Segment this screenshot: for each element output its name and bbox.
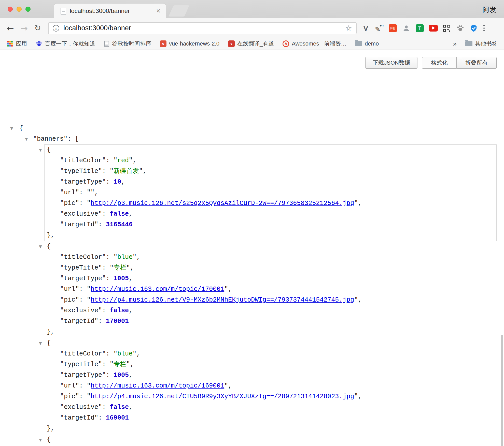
bookmark-baidu[interactable]: 百度一下，你就知道	[36, 40, 95, 48]
json-number-value: 3165446	[106, 221, 133, 228]
json-punctuation: },	[47, 425, 54, 432]
url-link[interactable]: http://music.163.com/m/topic/170001	[91, 286, 224, 293]
scrollbar-thumb[interactable]	[501, 335, 503, 446]
bookmark-awesomes[interactable]: A Awesomes - 前端资…	[283, 40, 346, 48]
bookmark-youdao-translate[interactable]: Y 在线翻译_有道	[228, 40, 274, 48]
page-info-icon[interactable]: i	[53, 25, 59, 32]
collapse-all-button[interactable]: 折叠所有	[456, 57, 497, 69]
json-key: titleColor	[60, 254, 106, 261]
json-object: ▼{ titleColor: blue, typeTitle: 专栏, targ…	[44, 241, 497, 338]
collapse-triangle-icon[interactable]: ▼	[39, 435, 42, 445]
format-button-group: 格式化 折叠所有	[422, 57, 497, 69]
shield-t-extension-icon[interactable]: T	[415, 24, 424, 33]
bookmarks-bar: 应用 百度一下，你就知道 谷歌按时间排序 V vue-hackernews-2.…	[0, 38, 504, 50]
collapse-triangle-icon[interactable]: ▼	[10, 123, 13, 134]
other-bookmarks[interactable]: 其他书签	[465, 40, 497, 48]
json-property: typeTitle: 新碟首发,	[45, 166, 496, 177]
extensions-row: V ✎ en FE T	[361, 24, 478, 33]
json-key: exclusive	[60, 404, 102, 411]
vimium-extension-icon[interactable]: V	[361, 24, 370, 33]
collapse-triangle-icon[interactable]: ▼	[39, 241, 42, 252]
json-property: exclusive: false,	[45, 402, 496, 413]
json-string-value: 专栏	[110, 264, 130, 272]
paw-extension-icon[interactable]	[456, 24, 465, 33]
json-boolean-value: false	[110, 404, 129, 411]
person-extension-icon[interactable]	[402, 24, 411, 33]
translate-pen-extension-icon[interactable]: ✎ en	[375, 24, 384, 33]
bookmark-label: 应用	[16, 40, 27, 48]
bookmark-star-icon[interactable]: ☆	[345, 24, 352, 33]
pen-icon: ✎ en	[375, 24, 384, 33]
browser-tab[interactable]: localhost:3000/banner ×	[54, 4, 166, 18]
json-key: titleColor	[60, 157, 106, 164]
json-key: targetId	[60, 414, 98, 422]
json-number-value: 1005	[114, 275, 129, 282]
json-property: targetType: 1005,	[45, 370, 496, 381]
format-button[interactable]: 格式化	[422, 57, 456, 69]
other-bookmarks-label: 其他书签	[475, 40, 497, 48]
bookmark-label: Awesomes - 前端资…	[292, 40, 346, 48]
json-number-value: 10	[114, 178, 121, 186]
fe-extension-icon[interactable]: FE	[388, 24, 397, 33]
json-property: exclusive: false,	[45, 305, 496, 316]
json-key: pic	[60, 393, 79, 400]
json-page-toolbar: 下载JSON数据 格式化 折叠所有	[365, 57, 497, 69]
bookmark-label: 在线翻译_有道	[237, 40, 274, 48]
navigation-bar: ← → ↻ i localhost:3000/banner ☆ V ✎ en F…	[0, 18, 504, 38]
url-text[interactable]: localhost:3000/banner	[63, 24, 345, 32]
bookmark-label: demo	[365, 40, 379, 47]
collapse-triangle-icon[interactable]: ▼	[39, 145, 42, 155]
json-number-value: 169001	[106, 414, 129, 422]
download-json-button[interactable]: 下载JSON数据	[365, 57, 417, 69]
bookmark-label: 百度一下，你就知道	[45, 40, 95, 48]
json-property: targetId: 170001	[45, 316, 496, 327]
pic-link[interactable]: http://p3.music.126.net/s25q2x5QyqsAzilC…	[91, 200, 354, 207]
json-property: pic: http://p3.music.126.net/s25q2x5Qyqs…	[45, 198, 496, 209]
bookmark-demo-folder[interactable]: demo	[355, 40, 379, 47]
json-property: targetId: 169001	[45, 413, 496, 423]
reload-button[interactable]: ↻	[34, 24, 41, 32]
back-button[interactable]: ←	[7, 24, 14, 33]
json-property: typeTitle: 专栏,	[45, 263, 496, 273]
json-key: exclusive	[60, 307, 102, 314]
bookmarks-overflow-chevron[interactable]: »	[453, 40, 457, 48]
json-property: targetId: 3165446	[45, 219, 496, 230]
bookmark-vue-hackernews[interactable]: V vue-hackernews-2.0	[160, 40, 219, 47]
json-root-line: ▼{	[0, 123, 504, 134]
new-tab-button[interactable]	[169, 5, 189, 17]
youtube-extension-icon[interactable]	[429, 24, 438, 33]
url-link[interactable]: http://music.163.com/m/topic/169001	[91, 382, 224, 390]
pic-link[interactable]: http://p4.music.126.net/CTU5B9R9y3XyYBZX…	[91, 393, 354, 400]
window-zoom-button[interactable]	[25, 7, 31, 12]
bookmark-label: 谷歌按时间排序	[112, 40, 151, 48]
awesomes-icon: A	[283, 40, 289, 47]
collapse-triangle-icon[interactable]: ▼	[25, 134, 28, 144]
browser-menu-icon[interactable]	[483, 25, 485, 31]
json-property: targetType: 1005,	[45, 273, 496, 284]
traffic-lights	[8, 7, 31, 12]
json-property: titleColor: blue,	[45, 349, 496, 359]
folder-icon	[355, 41, 362, 46]
apps-grid-icon	[7, 40, 13, 47]
address-bar[interactable]: i localhost:3000/banner ☆	[48, 22, 357, 34]
profile-name[interactable]: 阿发	[483, 5, 496, 14]
json-property: typeTitle: 专栏,	[45, 359, 496, 370]
tab-close-icon[interactable]: ×	[155, 7, 161, 14]
bookmark-apps[interactable]: 应用	[7, 40, 27, 48]
json-key: targetType	[60, 275, 106, 282]
json-key: typeTitle	[60, 264, 102, 272]
window-close-button[interactable]	[8, 7, 13, 12]
json-key: typeTitle	[60, 168, 102, 175]
shield-check-extension-icon[interactable]	[469, 24, 478, 33]
qr-code-extension-icon[interactable]	[442, 24, 451, 33]
json-property: url: http://music.163.com/m/topic/170001…	[45, 284, 496, 295]
bookmark-google-sort[interactable]: 谷歌按时间排序	[104, 40, 151, 48]
json-property: targetType: 10,	[45, 177, 496, 187]
pic-link[interactable]: http://p4.music.126.net/V9-MXz6b2MNhEKju…	[91, 296, 354, 304]
window-minimize-button[interactable]	[17, 7, 22, 12]
page-content: 下载JSON数据 格式化 折叠所有 ▼{ ▼banners: [ ▼{ titl…	[0, 50, 504, 446]
json-punctuation: : [	[67, 135, 79, 143]
json-string-value: blue	[114, 254, 136, 261]
collapse-triangle-icon[interactable]: ▼	[39, 338, 42, 349]
json-key: targetType	[60, 371, 106, 379]
